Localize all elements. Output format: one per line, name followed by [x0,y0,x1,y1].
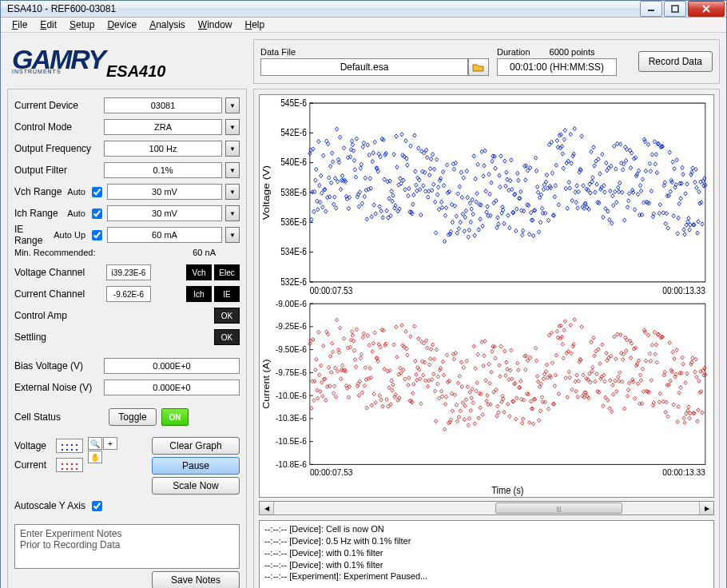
scale-now-button[interactable]: Scale Now [152,477,240,495]
svg-text:-9.50E-6: -9.50E-6 [276,344,307,354]
ext-noise-label: External Noise (V) [14,382,104,393]
ext-noise-input[interactable] [104,379,240,395]
output-freq-label: Output Frequency [14,143,104,154]
vch-button[interactable]: Vch [186,264,212,280]
ich-range-select[interactable] [107,205,222,221]
legend-voltage-swatch [56,439,83,453]
control-mode-select[interactable] [104,119,222,135]
scroll-left-icon[interactable]: ◀ [260,502,274,514]
menu-device[interactable]: Device [101,18,143,32]
menu-window[interactable]: Window [192,18,239,32]
ie-button[interactable]: IE [214,286,240,302]
svg-text:-9.25E-6: -9.25E-6 [276,320,307,331]
elec-button[interactable]: Elec [214,264,240,280]
points-label: 6000 points [550,47,595,57]
ie-range-select[interactable] [107,227,222,243]
legend-voltage-label: Voltage [14,440,53,451]
close-button[interactable] [688,1,725,17]
menu-help[interactable]: Help [239,18,272,32]
ich-range-label: Ich Range [14,208,67,219]
settling-label: Settling [14,332,104,343]
svg-text:Time (s): Time (s) [491,484,523,496]
svg-text:00:00:07.53: 00:00:07.53 [310,467,353,477]
control-amp-status: OK [214,308,240,324]
bias-voltage-input[interactable] [104,358,240,374]
svg-text:-10.0E-6: -10.0E-6 [276,389,307,399]
svg-text:538E-6: 538E-6 [280,187,307,197]
cell-toggle-button[interactable]: Toggle [109,408,157,426]
vch-range-select[interactable] [107,184,222,200]
dropdown-icon[interactable]: ▼ [225,227,240,243]
pan-icon[interactable]: ✋ [88,451,102,463]
output-filter-label: Output Filter [14,165,104,176]
min-rec-label: Min. Recommended: [14,248,96,257]
header-panel: Data File Duration 6000 points R [253,39,720,84]
autoscale-label: Autoscale Y Axis [14,500,85,511]
minimize-button[interactable] [640,1,662,17]
logo-brand: GAMRY [12,49,105,70]
svg-text:545E-6: 545E-6 [280,97,307,108]
ich-button[interactable]: Ich [186,286,212,302]
svg-rect-4 [310,103,705,282]
chart-panel: 532E-6534E-6536E-6538E-6540E-6542E-6545E… [253,89,720,588]
logo-suffix: ESA410 [106,62,166,81]
menu-analysis[interactable]: Analysis [143,18,192,32]
ich-auto-check[interactable] [92,209,102,219]
logo: GAMRY INSTRUMENTS ESA410 [7,39,247,84]
chart-scrollbar[interactable]: ◀ ||| ▶ [259,501,714,515]
svg-rect-522 [310,304,705,464]
dropdown-icon[interactable]: ▼ [225,119,240,135]
svg-text:00:00:13.33: 00:00:13.33 [662,285,705,296]
dropdown-icon[interactable]: ▼ [225,162,240,178]
output-freq-select[interactable] [104,141,222,157]
chart-area: 532E-6534E-6536E-6538E-6540E-6542E-6545E… [259,94,714,498]
settling-status: OK [214,329,240,345]
current-chart[interactable]: -10.8E-6-10.5E-6-10.3E-6-10.0E-6-9.75E-6… [260,296,713,498]
svg-text:-10.8E-6: -10.8E-6 [276,459,307,469]
dropdown-icon[interactable]: ▼ [225,184,240,200]
duration-label: Duration [497,47,530,57]
autoscale-check[interactable] [92,501,102,511]
dropdown-icon[interactable]: ▼ [225,141,240,157]
cell-status-label: Cell Status [14,411,104,423]
menu-setup[interactable]: Setup [63,18,101,32]
current-device-label: Current Device [14,100,104,111]
vch-auto-label: Auto [67,187,85,197]
save-notes-button[interactable]: Save Notes [152,571,240,588]
datafile-input[interactable] [260,58,468,76]
menu-file[interactable]: File [6,18,34,32]
datafile-label: Data File [260,47,489,57]
vch-auto-check[interactable] [92,187,102,197]
window-title: ESA410 - REF600-03081 [7,3,116,14]
menu-edit[interactable]: Edit [34,18,63,32]
zoom-icon[interactable]: 🔍 [88,437,102,450]
voltage-channel-label: Voltage Channel [14,267,104,278]
log-output[interactable]: --:--:-- [Device]: Cell is now ON--:--:-… [259,520,714,588]
clear-graph-button[interactable]: Clear Graph [152,437,240,455]
maximize-button[interactable] [664,1,686,17]
dropdown-icon[interactable]: ▼ [225,97,240,113]
voltage-chart[interactable]: 532E-6534E-6536E-6538E-6540E-6542E-6545E… [260,95,713,296]
bias-voltage-label: Bias Voltage (V) [14,360,104,371]
voltage-channel-value [106,264,151,280]
output-filter-select[interactable] [104,162,222,178]
notes-textarea[interactable]: Enter Experiment NotesPrior to Recording… [14,524,240,569]
svg-text:542E-6: 542E-6 [280,127,307,137]
record-data-button[interactable]: Record Data [638,51,713,72]
min-rec-value: 60 nA [193,248,216,257]
control-mode-label: Control Mode [14,121,104,133]
current-channel-label: Current Channel [14,288,104,300]
scroll-thumb[interactable]: ||| [495,503,623,514]
crosshair-icon[interactable]: + [103,437,117,450]
current-channel-value [106,286,151,302]
svg-text:536E-6: 536E-6 [280,217,307,227]
ie-autoup-check[interactable] [92,230,102,240]
duration-input[interactable] [497,58,617,76]
current-device-select[interactable] [104,97,222,113]
scroll-right-icon[interactable]: ▶ [699,502,713,514]
dropdown-icon[interactable]: ▼ [225,205,240,221]
ie-range-label: IE Range [14,224,54,246]
svg-text:-9.75E-6: -9.75E-6 [276,367,307,377]
pause-button[interactable]: Pause [152,457,240,475]
browse-button[interactable] [468,58,489,76]
